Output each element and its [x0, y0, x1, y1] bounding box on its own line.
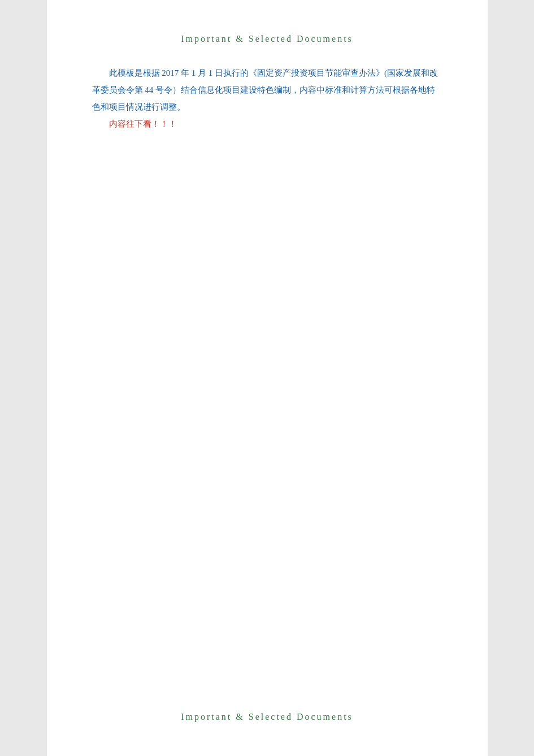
continue-line: 内容往下看！！！: [92, 115, 442, 132]
page: Important & Selected Documents 此模板是根据 20…: [47, 0, 488, 756]
body-paragraph-text: 此模板是根据 2017 年 1 月 1 日执行的《固定资产投资项目节能审查办法》…: [92, 68, 439, 111]
footer-title: Important & Selected Documents: [47, 712, 488, 722]
body-paragraph: 此模板是根据 2017 年 1 月 1 日执行的《固定资产投资项目节能审查办法》…: [92, 64, 442, 115]
header-title: Important & Selected Documents: [92, 34, 442, 44]
